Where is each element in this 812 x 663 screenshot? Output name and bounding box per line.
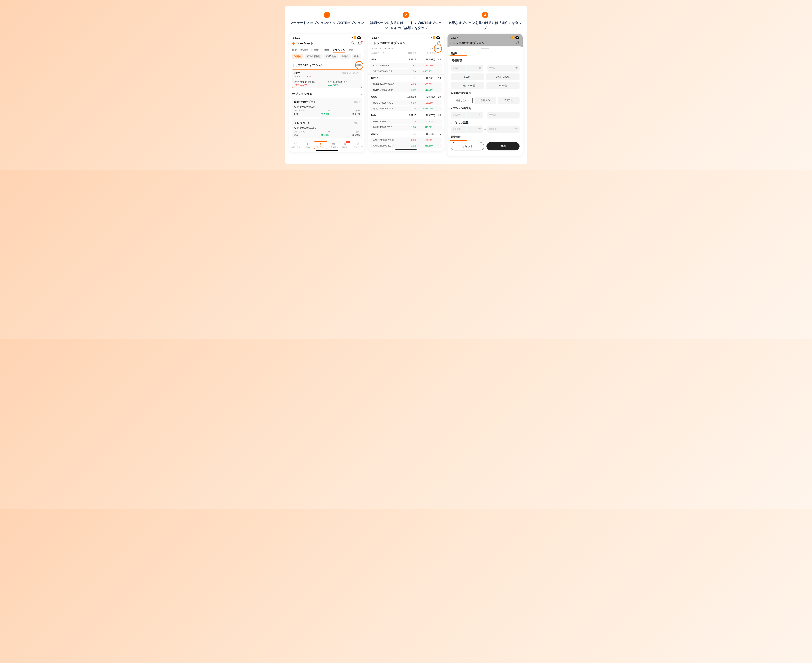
earn-opt-ignore[interactable]: 考慮しない xyxy=(450,97,473,104)
sort-expiry[interactable]: 満期まで xyxy=(397,52,416,55)
info-icon[interactable]: i xyxy=(517,41,520,45)
nav-learn[interactable]: ▭投資を学ぶ xyxy=(327,142,339,149)
spy-call-px: 3.88 xyxy=(294,84,299,86)
spy-put-chg: +680.77% xyxy=(333,84,342,86)
app-logo-icon: ✦ xyxy=(292,42,295,46)
back-button[interactable]: ‹ xyxy=(371,41,372,45)
nav-navi[interactable]: ◎99+投資ナビ xyxy=(339,142,352,149)
earn-opt-no[interactable]: 予定なし xyxy=(498,97,520,104)
option-row[interactable]: IWM 240806 203 C2.28-63.23% xyxy=(370,119,442,124)
cash-put-card[interactable]: 現金担保付プット詳細 › APP 240809 67.00P プレミアムROI確… xyxy=(292,98,362,117)
svg-line-1 xyxy=(354,44,355,44)
option-row[interactable]: NVDA 240809 90 P1.19+116.36% xyxy=(370,87,442,92)
battery-icon: 81 xyxy=(357,36,361,39)
option-row[interactable]: QQQ 240806 435 C6.03-58.95% xyxy=(370,100,442,105)
option-row[interactable]: QQQ 240806 430 P2.25+275.00% xyxy=(370,106,442,111)
tap-hint-icon: ☚ xyxy=(434,44,442,53)
back-button[interactable]: ‹ xyxy=(450,41,451,45)
option-row[interactable]: AAPL 240809 200 P2.02+818.18% xyxy=(370,143,442,148)
mcap-opt-4[interactable]: ≥1000億 xyxy=(486,82,520,89)
page-title: トップ0DTE オプション xyxy=(373,41,436,45)
signal-icon: ::!! xyxy=(350,36,353,39)
cashput-prob: 46.87% xyxy=(352,112,360,115)
battery-icon: 78 xyxy=(436,36,440,39)
market-tab[interactable]: オプション xyxy=(333,49,345,52)
nav-mypage[interactable]: ☺マイページ xyxy=(352,142,365,149)
symbol-row[interactable]: SPY13:37:45768.98万1,84 xyxy=(368,56,444,63)
status-time: 14:21 xyxy=(293,36,300,39)
option-row[interactable]: NVDA 240809 100 C4.65-50.53% xyxy=(370,82,442,87)
book-icon: ▭ xyxy=(327,142,339,146)
region-chip[interactable]: 米国株価指数 xyxy=(305,54,323,59)
app-title: マーケット xyxy=(296,41,314,46)
oi-min-input[interactable]: 0.0000万 xyxy=(450,126,483,133)
mcap-opt-2[interactable]: 10億 - 100億 xyxy=(486,73,520,80)
cashput-premium: 535 xyxy=(294,112,298,115)
region-chip[interactable]: CME先物 xyxy=(324,54,338,59)
mcap-min-input[interactable]: 0.000億 xyxy=(450,65,483,71)
nav-favorites[interactable]: ♡お気に入り xyxy=(289,142,302,149)
step-badge-1: 1 xyxy=(324,12,330,18)
market-tab[interactable]: 香港株 xyxy=(300,49,308,52)
region-chip[interactable]: 米国株 xyxy=(292,54,303,59)
timestamp: 2024/08/06 02:37:13 ET xyxy=(371,47,393,50)
sell-more[interactable]: › xyxy=(361,93,362,95)
option-row[interactable]: AAPL 240809 220 C0.90-76.98% xyxy=(370,137,442,142)
search-icon[interactable] xyxy=(351,41,355,46)
symbol-row[interactable]: AAPL3日161.11万6 xyxy=(368,131,444,137)
copy-icon: ⧉ xyxy=(371,52,373,55)
notification-dot-icon xyxy=(361,41,363,42)
spy-put-px: 2.03 xyxy=(328,84,332,86)
mail-icon[interactable] xyxy=(358,41,362,46)
covered-call-card[interactable]: 有担保コール詳細 › APP 240809 69.00C プレミアムROI確率 … xyxy=(292,119,362,138)
earnings-label: 今週内に決算発表 xyxy=(450,92,520,95)
spy-change: -2.91% xyxy=(304,75,311,78)
nav-market[interactable]: ●マーケット xyxy=(315,142,327,149)
region-chip[interactable]: 香港株 xyxy=(340,54,350,59)
section-title-0dte: トップ0DTE オプション xyxy=(292,63,324,67)
symbol-row[interactable]: QQQ13:37:45425.43万1,0 xyxy=(368,93,444,100)
status-bar: 14:37 ::!! ︎📶 78 xyxy=(447,34,523,40)
market-tab[interactable]: 概要 xyxy=(292,49,297,52)
save-button[interactable]: 保存 xyxy=(486,142,520,150)
option-row[interactable]: SPY 240806 520 C3.88-71.04% xyxy=(370,63,442,68)
vol-max-input[interactable]: 0.0000万 xyxy=(488,112,520,118)
vol-min-input[interactable]: 0.0000万 xyxy=(450,112,483,118)
home-indicator xyxy=(474,152,496,152)
down-arrow-icon: ↓ xyxy=(303,75,304,78)
option-row[interactable]: IWM 240806 200 P1.33+315.62% xyxy=(370,125,442,130)
market-tab[interactable]: 日本株 xyxy=(322,49,329,52)
symbol-row[interactable]: NVDA3日467.63万2,9 xyxy=(368,74,444,81)
wifi-icon: ︎📶 xyxy=(433,36,436,39)
spy-card[interactable]: SPY 満期まで 13:53:12 517.380 ↓ -2.91% SPY 2… xyxy=(292,69,362,88)
symbol-row[interactable]: IWM13:37:45193.76万1,4 xyxy=(368,112,444,118)
mcap-opt-3[interactable]: 100億 - 1000億 xyxy=(450,82,484,89)
step-title-3: 必要なオプションを見つけるには「条件」をタップ xyxy=(447,20,523,31)
phone-screen-3: 14:37 ::!! ︎📶 78 ‹ トップ0DTE オプション i xyxy=(447,34,523,156)
spy-call-name: SPY 240806 520 C xyxy=(294,81,313,83)
heart-icon: ♡ xyxy=(289,142,302,146)
option-row[interactable]: SPY 240806 510 P2.03+680.77% xyxy=(370,69,442,74)
reset-button[interactable]: リセット xyxy=(450,142,484,150)
wifi-icon: ︎📶 xyxy=(354,36,357,39)
covcall-premium: 560 xyxy=(294,134,298,136)
covcall-name: APP 240809 69.00C xyxy=(294,126,360,129)
step-badge-2: 2 xyxy=(403,12,409,18)
nav-moo[interactable]: ◐Moo xyxy=(302,142,315,149)
spy-put-name: SPY 240806 510 P xyxy=(328,81,347,83)
sort-volume[interactable]: 出来高 xyxy=(427,52,434,54)
sheet-grabber[interactable] xyxy=(481,49,489,49)
region-chip[interactable]: 香港 xyxy=(352,54,361,59)
globe-icon: ● xyxy=(315,142,327,146)
opt-volume-label: オプション出来高 xyxy=(450,107,520,110)
cashput-roi: +8.68% xyxy=(321,112,329,115)
covcall-title: 有担保コール xyxy=(294,121,310,125)
mcap-opt-1[interactable]: ≤10億 xyxy=(450,73,484,80)
earn-opt-yes[interactable]: 予定ある xyxy=(475,97,496,104)
oi-max-input[interactable]: 0.0000万 xyxy=(488,126,520,133)
market-tab[interactable]: 先物 xyxy=(349,49,354,52)
market-tab[interactable]: 米国株 xyxy=(311,49,319,52)
svg-point-0 xyxy=(352,42,354,44)
bottom-nav: ♡お気に入り ◐Moo ●マーケット ▭投資を学ぶ ◎99+投資ナビ ☺マイペー… xyxy=(289,140,365,149)
mcap-max-input[interactable]: 0.000億 xyxy=(488,65,520,71)
